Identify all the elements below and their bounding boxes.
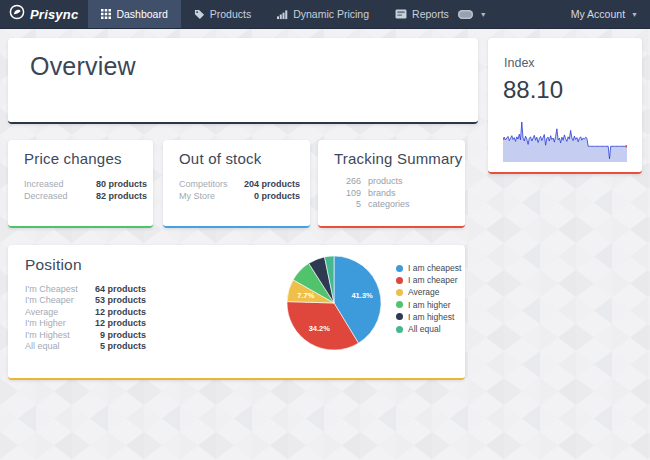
tracking-summary-title: Tracking Summary <box>334 150 463 167</box>
out-of-stock-title: Out of stock <box>179 150 261 167</box>
price-changes-card: Price changes Increased 80 products Decr… <box>8 140 153 228</box>
legend-item-cheaper: I am cheaper <box>396 274 461 286</box>
report-icon <box>395 9 407 19</box>
pie-legend: I am cheapest I am cheaper Average I am … <box>396 262 461 335</box>
tracking-row-categories: 5 categories <box>334 199 410 211</box>
position-row-all-equal: All equal 5 products <box>25 341 146 352</box>
top-navbar: Prisync Dashboard Products <box>0 0 650 29</box>
position-row-cheapest: I'm Cheapest 64 products <box>25 284 146 295</box>
nav-item-label: Reports <box>412 8 449 20</box>
chevron-down-icon: ▼ <box>631 11 638 18</box>
position-rows: I'm Cheapest 64 products I'm Cheaper 53 … <box>25 284 146 352</box>
nav-item-label: Dashboard <box>116 8 167 20</box>
position-card: Position I'm Cheapest 64 products I'm Ch… <box>8 245 465 380</box>
price-row-decreased: Decreased 82 products <box>24 190 147 202</box>
reports-badge <box>458 10 473 19</box>
nav-item-reports[interactable]: Reports ▼ <box>382 0 500 28</box>
position-title: Position <box>25 256 82 274</box>
nav-item-label: Products <box>210 8 251 20</box>
overview-card: Overview <box>8 38 478 124</box>
legend-dot <box>396 265 403 272</box>
nav-item-dynamic-pricing[interactable]: Dynamic Pricing <box>264 0 382 28</box>
legend-dot <box>396 277 403 284</box>
pie-percent-label: 41.3% <box>351 291 373 300</box>
position-pie-chart: 41.3%34.2%7.7% <box>282 251 386 355</box>
tracking-row-brands: 109 brands <box>334 188 410 200</box>
tag-icon <box>194 9 205 20</box>
position-row-highest: I'm Highest 9 products <box>25 330 146 341</box>
tracking-row-products: 266 products <box>334 176 410 188</box>
chevron-down-icon: ▼ <box>480 11 487 18</box>
position-row-higher: I'm Higher 12 products <box>25 318 146 329</box>
legend-item-cheapest: I am cheapest <box>396 262 461 274</box>
index-value: 88.10 <box>503 76 563 104</box>
my-account-menu[interactable]: My Account ▼ <box>559 0 650 28</box>
nav-item-label: Dynamic Pricing <box>293 8 369 20</box>
prisync-logo-icon <box>9 4 25 24</box>
tracking-summary-card: Tracking Summary 266 products 109 brands… <box>318 140 465 228</box>
legend-dot <box>396 301 403 308</box>
stock-row-my-store: My Store 0 products <box>179 190 300 202</box>
legend-item-average: Average <box>396 286 461 298</box>
nav-item-dashboard[interactable]: Dashboard <box>88 0 180 28</box>
grid-icon <box>101 9 111 19</box>
brand-name: Prisync <box>30 7 78 22</box>
index-card: Index 88.10 <box>488 38 642 174</box>
legend-item-higher: I am higher <box>396 299 461 311</box>
brand-logo[interactable]: Prisync <box>0 0 88 28</box>
index-sparkline <box>503 120 627 164</box>
legend-dot <box>396 326 403 333</box>
legend-dot <box>396 289 403 296</box>
legend-item-highest: I am highest <box>396 311 461 323</box>
legend-item-all-equal: All equal <box>396 323 461 335</box>
bars-icon <box>277 9 288 20</box>
pie-percent-label: 7.7% <box>297 291 314 300</box>
price-row-increased: Increased 80 products <box>24 178 147 190</box>
page-title: Overview <box>30 52 136 81</box>
nav-item-products[interactable]: Products <box>181 0 264 28</box>
pie-percent-label: 34.2% <box>309 324 331 333</box>
index-title: Index <box>504 56 535 70</box>
legend-dot <box>396 313 403 320</box>
position-row-average: Average 12 products <box>25 307 146 318</box>
stock-row-competitors: Competitors 204 products <box>179 178 300 190</box>
account-label: My Account <box>571 8 625 20</box>
price-changes-title: Price changes <box>24 150 122 167</box>
out-of-stock-card: Out of stock Competitors 204 products My… <box>163 140 310 228</box>
position-row-cheaper: I'm Cheaper 53 products <box>25 295 146 306</box>
